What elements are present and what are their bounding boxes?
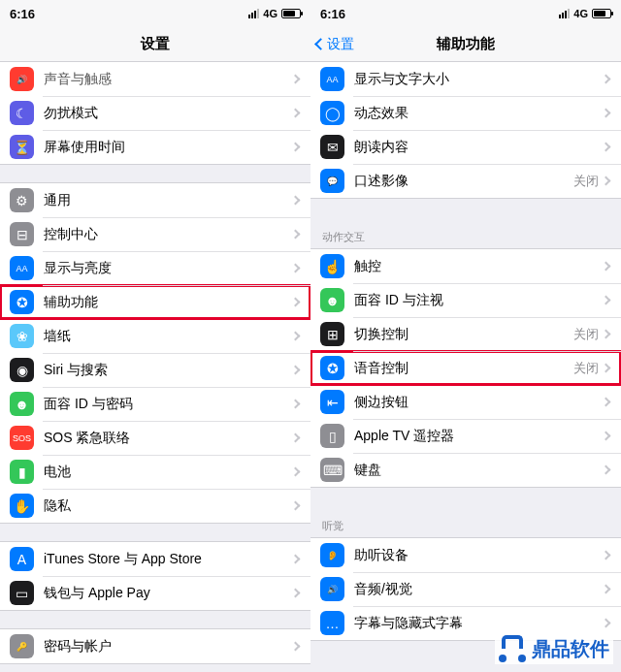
row-spoken-content[interactable]: ✉朗读内容 xyxy=(310,130,621,164)
row-label: 钱包与 Apple Pay xyxy=(44,585,292,602)
row-label: 控制中心 xyxy=(44,226,292,243)
row-control-center[interactable]: ⊟控制中心 xyxy=(0,217,310,251)
signal-icon xyxy=(248,9,259,18)
group: 🔑密码与帐户 xyxy=(0,628,310,664)
chevron-right-icon xyxy=(602,143,611,152)
chevron-right-icon xyxy=(291,332,301,341)
chevron-right-icon xyxy=(291,366,301,375)
row-general[interactable]: ⚙通用 xyxy=(0,183,310,217)
subtitles-icon: … xyxy=(320,611,344,635)
chevron-right-icon xyxy=(291,143,301,152)
row-label: 面容 ID 与密码 xyxy=(44,396,292,413)
row-display-text-size[interactable]: AA显示与文字大小 xyxy=(310,62,621,96)
row-itunes-appstore[interactable]: AiTunes Store 与 App Store xyxy=(0,542,310,576)
page-title: 设置 xyxy=(141,35,170,53)
row-audio-descriptions[interactable]: 💬口述影像关闭 xyxy=(310,164,621,198)
row-label: 屏幕使用时间 xyxy=(44,139,292,156)
group: AiTunes Store 与 App Store▭钱包与 Apple Pay xyxy=(0,541,310,611)
row-privacy[interactable]: ✋隐私 xyxy=(0,489,310,523)
group: 👂助听设备🔊音频/视觉…字幕与隐藏式字幕 xyxy=(310,537,621,641)
row-apple-tv-remote[interactable]: ▯Apple TV 遥控器 xyxy=(310,419,621,453)
row-wallet[interactable]: ▭钱包与 Apple Pay xyxy=(0,576,310,610)
row-label: 音频/视觉 xyxy=(354,581,603,598)
status-time: 6:16 xyxy=(10,7,35,21)
control-center-icon: ⊟ xyxy=(10,222,34,246)
row-value: 关闭 xyxy=(573,326,599,343)
row-dnd[interactable]: ☾勿扰模式 xyxy=(0,96,310,130)
spoken-content-icon: ✉ xyxy=(320,135,344,159)
row-side-button[interactable]: ⇤侧边按钮 xyxy=(310,385,621,419)
row-touch[interactable]: ☝触控 xyxy=(310,249,621,283)
sos-icon: SOS xyxy=(10,426,34,450)
status-bar: 6:16 4G xyxy=(0,0,310,27)
network-label: 4G xyxy=(263,8,278,19)
chevron-right-icon xyxy=(602,432,611,441)
row-switch-control[interactable]: ⊞切换控制关闭 xyxy=(310,317,621,351)
row-wallpaper[interactable]: ❀墙纸 xyxy=(0,319,310,353)
chevron-right-icon xyxy=(291,501,301,511)
itunes-appstore-icon: A xyxy=(10,547,34,571)
row-hearing-devices[interactable]: 👂助听设备 xyxy=(310,538,621,572)
watermark: 鼎品软件 xyxy=(495,633,613,664)
group: AA显示与文字大小◯动态效果✉朗读内容💬口述影像关闭 xyxy=(310,62,621,199)
chevron-right-icon xyxy=(602,109,611,118)
section-header: 听觉 xyxy=(310,505,621,537)
row-audio-visual[interactable]: 🔊音频/视觉 xyxy=(310,572,621,606)
chevron-right-icon xyxy=(602,75,611,84)
page-title: 辅助功能 xyxy=(437,35,495,53)
motion-icon: ◯ xyxy=(320,101,344,125)
chevron-right-icon xyxy=(291,298,301,307)
back-button[interactable]: 设置 xyxy=(316,27,354,61)
row-label: 辅助功能 xyxy=(44,294,292,311)
row-motion[interactable]: ◯动态效果 xyxy=(310,96,621,130)
faceid-attention-icon: ☻ xyxy=(320,288,344,312)
display-brightness-icon: AA xyxy=(10,256,34,280)
side-button-icon: ⇤ xyxy=(320,390,344,414)
row-label: 语音控制 xyxy=(354,360,573,377)
privacy-icon: ✋ xyxy=(10,494,34,518)
chevron-right-icon xyxy=(602,551,611,560)
chevron-right-icon xyxy=(602,619,611,628)
group: ⚙通用⊟控制中心AA显示与亮度✪辅助功能❀墙纸◉Siri 与搜索☻面容 ID 与… xyxy=(0,182,310,524)
wallet-icon: ▭ xyxy=(10,581,34,605)
general-icon: ⚙ xyxy=(10,188,34,212)
row-accessibility[interactable]: ✪辅助功能 xyxy=(0,285,310,319)
row-label: 勿扰模式 xyxy=(44,105,292,122)
row-label: 电池 xyxy=(44,464,292,481)
chevron-right-icon xyxy=(602,585,611,594)
row-keyboards[interactable]: ⌨键盘 xyxy=(310,453,621,487)
row-label: Siri 与搜索 xyxy=(44,362,292,379)
chevron-right-icon xyxy=(602,330,611,339)
row-sos[interactable]: SOSSOS 紧急联络 xyxy=(0,421,310,455)
chevron-right-icon xyxy=(602,262,611,272)
row-value: 关闭 xyxy=(573,360,599,377)
row-value: 关闭 xyxy=(573,173,599,190)
row-passwords-accounts[interactable]: 🔑密码与帐户 xyxy=(0,629,310,663)
audio-visual-icon: 🔊 xyxy=(320,577,344,601)
left-screenshot: 6:16 4G 设置 🔊声音与触感☾勿扰模式⏳屏幕使用时间 ⚙通用⊟控制中心AA… xyxy=(0,0,310,672)
row-faceid-passcode[interactable]: ☻面容 ID 与密码 xyxy=(0,387,310,421)
row-label: 朗读内容 xyxy=(354,139,603,156)
audio-descriptions-icon: 💬 xyxy=(320,169,344,193)
faceid-passcode-icon: ☻ xyxy=(10,392,34,416)
chevron-right-icon xyxy=(291,433,301,443)
row-display-brightness[interactable]: AA显示与亮度 xyxy=(0,251,310,285)
row-battery[interactable]: ▮电池 xyxy=(0,455,310,489)
row-siri-search[interactable]: ◉Siri 与搜索 xyxy=(0,353,310,387)
row-screen-time[interactable]: ⏳屏幕使用时间 xyxy=(0,130,310,164)
network-label: 4G xyxy=(573,8,588,19)
row-faceid-attention[interactable]: ☻面容 ID 与注视 xyxy=(310,283,621,317)
chevron-right-icon xyxy=(291,230,301,240)
row-voice-control[interactable]: ✪语音控制关闭 xyxy=(310,351,621,385)
chevron-right-icon xyxy=(291,75,301,84)
touch-icon: ☝ xyxy=(320,254,344,278)
row-label: 墙纸 xyxy=(44,328,292,345)
passwords-accounts-icon: 🔑 xyxy=(10,634,34,658)
battery-icon xyxy=(592,9,611,18)
chevron-right-icon xyxy=(602,398,611,407)
row-sound-touch[interactable]: 🔊声音与触感 xyxy=(0,62,310,96)
navbar: 设置 辅助功能 xyxy=(310,27,621,62)
chevron-right-icon xyxy=(291,400,301,409)
chevron-left-icon xyxy=(314,38,327,50)
row-label: 显示与亮度 xyxy=(44,260,292,277)
